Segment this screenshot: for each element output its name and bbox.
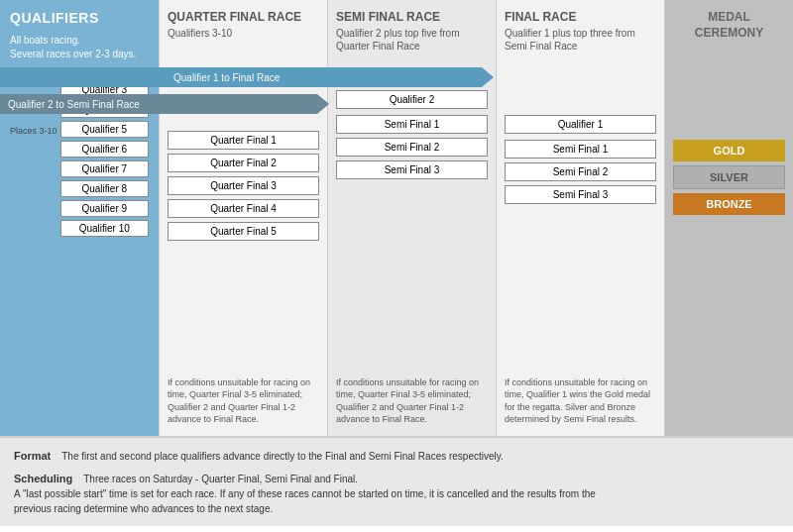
- final-title: FINAL RACE: [505, 10, 656, 24]
- qualifier-boxes: Qualifier 3Qualifier 4Qualifier 5Qualifi…: [60, 81, 149, 240]
- spacer2: [336, 60, 488, 90]
- qualifier1-box: Qualifier 1: [505, 115, 656, 134]
- qualifiers-title: QUALIFIERS: [10, 10, 149, 26]
- qualifiers-desc: All boats racing.Several races over 2-3 …: [10, 34, 149, 61]
- quarter-sub: Qualifiers 3-10: [168, 27, 319, 40]
- race-box: Semi Final 3: [336, 160, 488, 179]
- qualifiers-list: Places 3-10Qualifier 3Qualifier 4Qualifi…: [10, 81, 149, 240]
- scheduling-line1: Three races on Saturday - Quarter Final,…: [83, 474, 358, 484]
- silver-medal: SILVER: [673, 165, 785, 189]
- race-box: Quarter Final 2: [168, 154, 319, 172]
- medal-col: MEDAL CEREMONY GOLD SILVER BRONZE: [664, 0, 793, 436]
- race-box: Quarter Final 3: [168, 176, 319, 195]
- qualifier-box: Qualifier 3: [60, 81, 149, 98]
- format-text: The first and second place qualifiers ad…: [61, 451, 504, 462]
- race-box: Semi Final 1: [336, 115, 488, 134]
- format-line: Format The first and second place qualif…: [14, 448, 779, 465]
- qualifier-box: Qualifier 10: [60, 220, 149, 237]
- places-label: Places 3-10: [10, 81, 57, 136]
- spacer3: [505, 60, 656, 115]
- race-box: Semi Final 2: [505, 162, 656, 181]
- final-cond: If conditions unsuitable for racing on t…: [505, 369, 656, 426]
- bronze-medal: BRONZE: [673, 193, 785, 215]
- qualifier-box: Qualifier 6: [60, 141, 149, 158]
- qualifier-box: Qualifier 5: [60, 121, 149, 138]
- race-box: Semi Final 3: [505, 185, 656, 204]
- final-col: FINAL RACE Qualifier 1 plus top three fr…: [496, 0, 664, 436]
- race-box: Semi Final 1: [505, 140, 656, 159]
- quarter-col: QUARTER FINAL RACE Qualifiers 3-10 Quart…: [159, 0, 327, 436]
- qualifier-box: Qualifier 8: [60, 180, 149, 197]
- qualifier-box: Qualifier 7: [60, 160, 149, 177]
- race-box: Semi Final 2: [336, 138, 488, 157]
- race-box: Quarter Final 4: [168, 199, 319, 218]
- qualifiers-col: QUALIFIERS All boats racing.Several race…: [0, 0, 159, 436]
- main-container: QUALIFIERS All boats racing.Several race…: [0, 0, 793, 526]
- quarter-cond: If conditions unsuitable for racing on t…: [168, 369, 319, 426]
- scheduling-line2: A "last possible start" time is set for …: [14, 488, 596, 499]
- race-box: Quarter Final 1: [168, 131, 319, 150]
- scheduling-line3: previous racing determine who advances t…: [14, 503, 273, 514]
- race-box: Quarter Final 5: [168, 222, 319, 241]
- spacer: [168, 48, 319, 127]
- scheduling-section: Scheduling Three races on Saturday - Qua…: [14, 471, 779, 517]
- quarter-title: QUARTER FINAL RACE: [168, 10, 319, 24]
- scheduling-label: Scheduling: [14, 473, 72, 484]
- semi-cond: If conditions unsuitable for racing on t…: [336, 369, 488, 426]
- semi-col: SEMI FINAL RACE Qualifier 2 plus top fiv…: [327, 0, 496, 436]
- semi-title: SEMI FINAL RACE: [336, 10, 488, 24]
- semi-sub: Qualifier 2 plus top five from Quarter F…: [336, 27, 488, 53]
- final-sub: Qualifier 1 plus top three from Semi Fin…: [505, 27, 656, 53]
- qualifier-box: Qualifier 9: [60, 200, 149, 217]
- gold-medal: GOLD: [673, 140, 785, 161]
- qualifier2-box: Qualifier 2: [336, 90, 488, 109]
- qualifier-box: Qualifier 4: [60, 101, 149, 118]
- bottom-section: Format The first and second place qualif…: [0, 436, 793, 526]
- medal-title: MEDAL CEREMONY: [673, 10, 785, 41]
- format-label: Format: [14, 450, 51, 462]
